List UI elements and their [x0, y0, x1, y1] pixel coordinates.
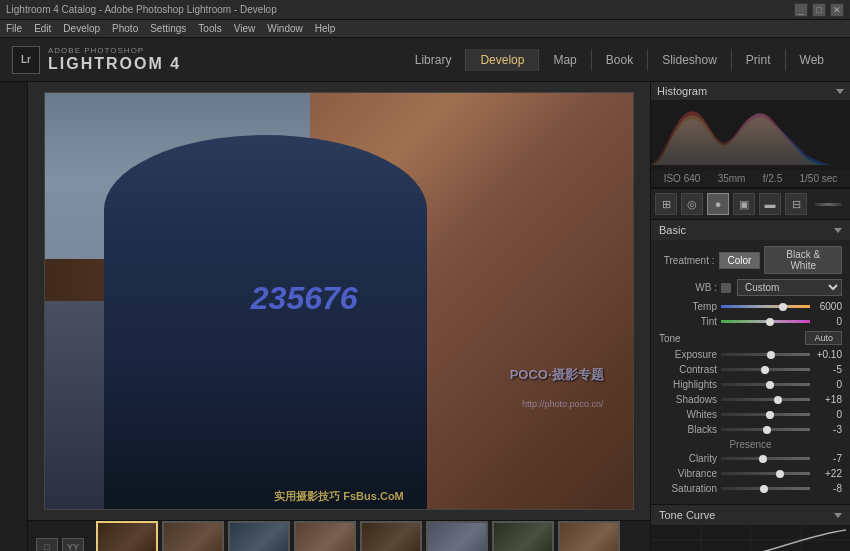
nav-tabs: Library Develop Map Book Slideshow Print…	[401, 49, 838, 71]
blacks-thumb[interactable]	[763, 426, 771, 434]
tone-curve-section: Tone Curve	[651, 505, 850, 551]
shadows-value: +18	[814, 394, 842, 405]
contrast-row: Contrast -5	[659, 364, 842, 375]
tone-curve-preview	[651, 525, 850, 551]
window-controls[interactable]: _ □ ✕	[794, 3, 844, 17]
treatment-bw-btn[interactable]: Black & White	[764, 246, 842, 274]
vibrance-label: Vibrance	[659, 468, 717, 479]
histogram-collapse-icon	[836, 89, 844, 94]
filmstrip-thumb-6[interactable]	[426, 521, 488, 551]
saturation-label: Saturation	[659, 483, 717, 494]
tab-web[interactable]: Web	[785, 49, 838, 71]
tab-print[interactable]: Print	[731, 49, 785, 71]
tab-library[interactable]: Library	[401, 49, 466, 71]
blacks-value: -3	[814, 424, 842, 435]
vibrance-slider[interactable]	[721, 472, 810, 475]
iso-value: ISO 640	[664, 173, 701, 184]
tool-adjustment[interactable]: ⊟	[785, 193, 807, 215]
auto-button[interactable]: Auto	[805, 331, 842, 345]
eyedropper-icon[interactable]	[721, 283, 731, 293]
basic-label: Basic	[659, 224, 686, 236]
tab-map[interactable]: Map	[538, 49, 590, 71]
temp-label: Temp	[659, 301, 717, 312]
basic-header[interactable]: Basic	[651, 220, 850, 240]
whites-thumb[interactable]	[766, 411, 774, 419]
wb-row: WB : Custom As Shot Auto Daylight Cloudy…	[659, 279, 842, 296]
presence-label: Presence	[659, 439, 842, 450]
shadows-row: Shadows +18	[659, 394, 842, 405]
tool-gradient[interactable]: ▬	[759, 193, 781, 215]
filmstrip: □ YY	[28, 520, 650, 551]
whites-slider[interactable]	[721, 413, 810, 416]
filmstrip-view-btn2[interactable]: YY	[62, 538, 84, 551]
filmstrip-thumb-3[interactable]	[228, 521, 290, 551]
filmstrip-thumb-1[interactable]	[96, 521, 158, 551]
photo-subject	[104, 135, 427, 509]
whites-label: Whites	[659, 409, 717, 420]
adobe-label: ADOBE PHOTOSHOP	[48, 46, 181, 55]
filmstrip-view-btn1[interactable]: □	[36, 538, 58, 551]
photo-container: 235676 POCO·摄影专题 http://photo.poco.cn/ 实…	[28, 82, 650, 520]
highlights-thumb[interactable]	[766, 381, 774, 389]
treatment-label: Treatment :	[659, 255, 715, 266]
temp-thumb[interactable]	[779, 303, 787, 311]
basic-content: Treatment : Color Black & White WB : Cus…	[651, 240, 850, 504]
whites-row: Whites 0	[659, 409, 842, 420]
contrast-thumb[interactable]	[761, 366, 769, 374]
clarity-slider[interactable]	[721, 457, 810, 460]
minimize-button[interactable]: _	[794, 3, 808, 17]
filmstrip-thumb-5[interactable]	[360, 521, 422, 551]
menu-help[interactable]: Help	[315, 23, 336, 34]
photo-frame: 235676 POCO·摄影专题 http://photo.poco.cn/ 实…	[44, 92, 634, 510]
menu-tools[interactable]: Tools	[198, 23, 221, 34]
menu-develop[interactable]: Develop	[63, 23, 100, 34]
tint-slider[interactable]	[721, 320, 810, 323]
menu-file[interactable]: File	[6, 23, 22, 34]
histogram-header[interactable]: Histogram	[651, 82, 850, 100]
wb-select[interactable]: Custom As Shot Auto Daylight Cloudy Shad…	[737, 279, 842, 296]
tool-crop[interactable]: ⊞	[655, 193, 677, 215]
exposure-thumb[interactable]	[767, 351, 775, 359]
filmstrip-thumb-2[interactable]	[162, 521, 224, 551]
whites-value: 0	[814, 409, 842, 420]
saturation-slider[interactable]	[721, 487, 810, 490]
tool-brush[interactable]: ▣	[733, 193, 755, 215]
vibrance-row: Vibrance +22	[659, 468, 842, 479]
filmstrip-thumb-4[interactable]	[294, 521, 356, 551]
filmstrip-thumb-8[interactable]	[558, 521, 620, 551]
clarity-thumb[interactable]	[759, 455, 767, 463]
menu-view[interactable]: View	[234, 23, 256, 34]
highlights-label: Highlights	[659, 379, 717, 390]
vibrance-thumb[interactable]	[776, 470, 784, 478]
tab-slideshow[interactable]: Slideshow	[647, 49, 731, 71]
exposure-slider[interactable]	[721, 353, 810, 356]
histogram-canvas	[651, 100, 850, 170]
tool-heal[interactable]: ◎	[681, 193, 703, 215]
tool-redeye[interactable]: ●	[707, 193, 729, 215]
close-button[interactable]: ✕	[830, 3, 844, 17]
shadows-thumb[interactable]	[774, 396, 782, 404]
shadows-slider[interactable]	[721, 398, 810, 401]
saturation-thumb[interactable]	[760, 485, 768, 493]
blacks-label: Blacks	[659, 424, 717, 435]
blacks-slider[interactable]	[721, 428, 810, 431]
contrast-slider[interactable]	[721, 368, 810, 371]
menu-settings[interactable]: Settings	[150, 23, 186, 34]
temp-slider[interactable]	[721, 305, 810, 308]
tint-thumb[interactable]	[766, 318, 774, 326]
treatment-color-btn[interactable]: Color	[719, 252, 761, 269]
tab-book[interactable]: Book	[591, 49, 647, 71]
tone-curve-header[interactable]: Tone Curve	[651, 505, 850, 525]
filmstrip-thumb-7[interactable]	[492, 521, 554, 551]
blacks-row: Blacks -3	[659, 424, 842, 435]
highlights-slider[interactable]	[721, 383, 810, 386]
maximize-button[interactable]: □	[812, 3, 826, 17]
menu-window[interactable]: Window	[267, 23, 303, 34]
tab-develop[interactable]: Develop	[465, 49, 538, 71]
treatment-row: Treatment : Color Black & White	[659, 246, 842, 274]
menu-photo[interactable]: Photo	[112, 23, 138, 34]
menu-edit[interactable]: Edit	[34, 23, 51, 34]
menubar: File Edit Develop Photo Settings Tools V…	[0, 20, 850, 38]
focal-value: 35mm	[718, 173, 746, 184]
contrast-label: Contrast	[659, 364, 717, 375]
